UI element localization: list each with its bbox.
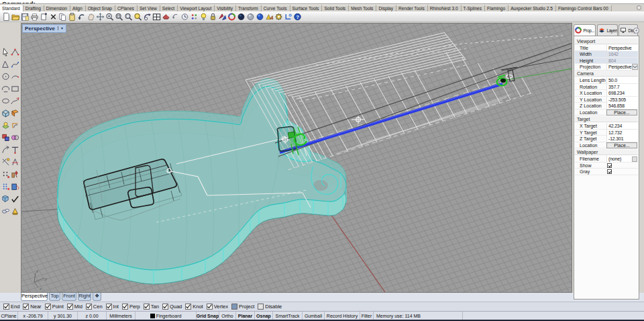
svg-text:y: y <box>45 277 47 281</box>
svg-text:x: x <box>40 287 42 291</box>
svg-text:?: ? <box>296 14 299 20</box>
svg-text:z: z <box>36 269 38 273</box>
